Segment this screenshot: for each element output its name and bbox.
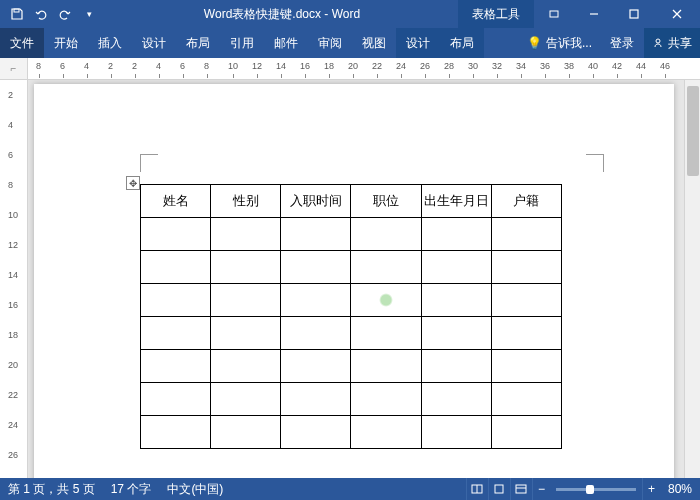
table-cell[interactable] [211, 317, 281, 350]
table-cell[interactable] [421, 251, 491, 284]
tab-引用[interactable]: 引用 [220, 28, 264, 58]
table-cell[interactable] [141, 317, 211, 350]
table-cell[interactable] [491, 350, 561, 383]
page[interactable]: ✥ 姓名性别入职时间职位出生年月日户籍 [34, 84, 674, 478]
table-cell[interactable] [491, 251, 561, 284]
svg-rect-1 [550, 11, 558, 17]
table-cell[interactable] [421, 218, 491, 251]
table-cell[interactable] [281, 383, 351, 416]
table-cell[interactable] [421, 350, 491, 383]
table-header[interactable]: 职位 [351, 185, 421, 218]
ruler-corner[interactable]: ⌐ [0, 58, 28, 79]
context-tab-label: 表格工具 [458, 0, 534, 28]
web-layout-icon[interactable] [510, 478, 532, 500]
table-cell[interactable] [281, 284, 351, 317]
table-cell[interactable] [211, 251, 281, 284]
table-cell[interactable] [281, 317, 351, 350]
table-cell[interactable] [421, 383, 491, 416]
quick-access-toolbar: ▾ [0, 3, 106, 25]
share-button[interactable]: 共享 [644, 28, 700, 58]
table-cell[interactable] [281, 218, 351, 251]
table-cell[interactable] [141, 416, 211, 449]
table-cell[interactable] [351, 218, 421, 251]
tab-设计[interactable]: 设计 [132, 28, 176, 58]
table-move-handle[interactable]: ✥ [126, 176, 140, 190]
table-cell[interactable] [211, 218, 281, 251]
login-button[interactable]: 登录 [600, 28, 644, 58]
table-cell[interactable] [351, 317, 421, 350]
table-cell[interactable] [491, 416, 561, 449]
table-cell[interactable] [351, 284, 421, 317]
svg-point-6 [656, 39, 660, 43]
table-cell[interactable] [141, 251, 211, 284]
table-cell[interactable] [141, 218, 211, 251]
document-table[interactable]: 姓名性别入职时间职位出生年月日户籍 [140, 184, 562, 449]
table-cell[interactable] [491, 383, 561, 416]
table-cell[interactable] [351, 416, 421, 449]
save-icon[interactable] [6, 3, 28, 25]
tab-开始[interactable]: 开始 [44, 28, 88, 58]
language[interactable]: 中文(中国) [159, 481, 231, 498]
table-header[interactable]: 姓名 [141, 185, 211, 218]
table-cell[interactable] [281, 251, 351, 284]
tab-插入[interactable]: 插入 [88, 28, 132, 58]
document-area[interactable]: ✥ 姓名性别入职时间职位出生年月日户籍 [28, 80, 684, 478]
table-cell[interactable] [211, 284, 281, 317]
table-cell[interactable] [421, 317, 491, 350]
close-button[interactable] [654, 0, 700, 28]
scrollbar-thumb[interactable] [687, 86, 699, 176]
zoom-out-button[interactable]: − [532, 478, 550, 500]
redo-icon[interactable] [54, 3, 76, 25]
vertical-scrollbar[interactable] [684, 80, 700, 478]
zoom-in-button[interactable]: + [642, 478, 660, 500]
table-header[interactable]: 户籍 [491, 185, 561, 218]
undo-icon[interactable] [30, 3, 52, 25]
table-header[interactable]: 入职时间 [281, 185, 351, 218]
table-cell[interactable] [351, 350, 421, 383]
table-cell[interactable] [211, 416, 281, 449]
title-bar: ▾ Word表格快捷键.docx - Word 表格工具 [0, 0, 700, 28]
word-count[interactable]: 17 个字 [103, 481, 160, 498]
minimize-button[interactable] [574, 0, 614, 28]
svg-rect-0 [14, 9, 19, 12]
table-cell[interactable] [491, 317, 561, 350]
table-cell[interactable] [141, 284, 211, 317]
maximize-button[interactable] [614, 0, 654, 28]
tab-审阅[interactable]: 审阅 [308, 28, 352, 58]
table-cell[interactable] [491, 284, 561, 317]
horizontal-ruler-area: ⌐ 86422468101214161820222426283032343638… [0, 58, 700, 80]
context-tab-设计[interactable]: 设计 [396, 28, 440, 58]
table-cell[interactable] [351, 251, 421, 284]
table-cell[interactable] [491, 218, 561, 251]
read-mode-icon[interactable] [466, 478, 488, 500]
table-cell[interactable] [351, 383, 421, 416]
tab-视图[interactable]: 视图 [352, 28, 396, 58]
table-cell[interactable] [141, 350, 211, 383]
tell-me[interactable]: 💡 告诉我... [519, 35, 600, 52]
table-cell[interactable] [421, 416, 491, 449]
tell-me-label: 告诉我... [546, 35, 592, 52]
status-bar: 第 1 页，共 5 页 17 个字 中文(中国) − + 80% [0, 478, 700, 500]
table-cell[interactable] [211, 350, 281, 383]
table-cell[interactable] [281, 416, 351, 449]
qat-dropdown-icon[interactable]: ▾ [78, 3, 100, 25]
table-cell[interactable] [141, 383, 211, 416]
zoom-slider[interactable] [556, 488, 636, 491]
table-cell[interactable] [281, 350, 351, 383]
margin-corner-tr [586, 154, 604, 172]
horizontal-ruler[interactable]: 8642246810121416182022242628303234363840… [28, 58, 700, 79]
ribbon-options-icon[interactable] [534, 0, 574, 28]
tab-布局[interactable]: 布局 [176, 28, 220, 58]
table-cell[interactable] [211, 383, 281, 416]
table-header[interactable]: 性别 [211, 185, 281, 218]
context-tab-布局[interactable]: 布局 [440, 28, 484, 58]
lightbulb-icon: 💡 [527, 36, 542, 50]
tab-文件[interactable]: 文件 [0, 28, 44, 58]
page-count[interactable]: 第 1 页，共 5 页 [0, 481, 103, 498]
table-header[interactable]: 出生年月日 [421, 185, 491, 218]
zoom-level[interactable]: 80% [660, 482, 700, 496]
table-cell[interactable] [421, 284, 491, 317]
print-layout-icon[interactable] [488, 478, 510, 500]
tab-邮件[interactable]: 邮件 [264, 28, 308, 58]
vertical-ruler[interactable]: 2468101214161820222426 [0, 80, 28, 478]
